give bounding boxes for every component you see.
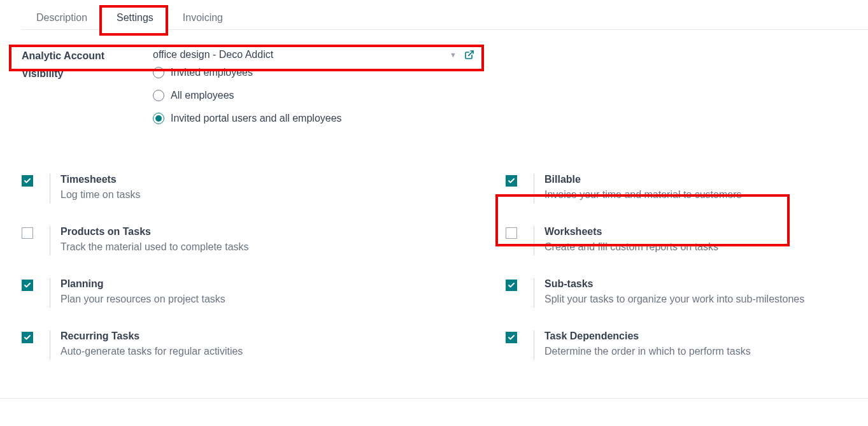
- divider: [534, 226, 534, 255]
- setting-title: Products on Tasks: [60, 226, 249, 238]
- setting-desc: Split your tasks to organize your work i…: [544, 294, 804, 305]
- divider: [50, 174, 50, 203]
- radio-icon: [153, 67, 164, 78]
- analytic-account-label: Analytic Account: [22, 49, 153, 62]
- setting-timesheets: Timesheets Log time on tasks: [22, 174, 506, 203]
- bottom-border: [0, 398, 868, 399]
- radio-label: All employees: [171, 90, 234, 101]
- external-link-icon[interactable]: [464, 50, 474, 60]
- tab-description[interactable]: Description: [22, 5, 102, 30]
- divider: [50, 330, 50, 360]
- checkbox-task-dependencies[interactable]: [506, 332, 517, 343]
- visibility-radio-group: Invited employees All employees Invited …: [153, 67, 342, 124]
- setting-title: Sub-tasks: [544, 278, 804, 290]
- setting-title: Task Dependencies: [544, 330, 751, 342]
- analytic-account-value: office design - Deco Addict: [153, 49, 446, 60]
- checkbox-worksheets[interactable]: [506, 227, 517, 239]
- svg-line-0: [469, 51, 473, 55]
- setting-title: Worksheets: [544, 226, 718, 238]
- divider: [50, 278, 50, 308]
- analytic-account-field[interactable]: office design - Deco Addict ▼: [153, 49, 474, 60]
- setting-desc: Determine the order in which to perform …: [544, 346, 751, 357]
- tab-invoicing[interactable]: Invoicing: [168, 5, 238, 30]
- setting-desc: Auto-generate tasks for regular activiti…: [60, 346, 243, 357]
- setting-desc: Track the material used to complete task…: [60, 241, 249, 253]
- setting-recurring-tasks: Recurring Tasks Auto-generate tasks for …: [22, 330, 506, 360]
- radio-label: Invited employees: [171, 67, 253, 78]
- setting-sub-tasks: Sub-tasks Split your tasks to organize y…: [506, 278, 868, 308]
- divider: [50, 226, 50, 255]
- setting-planning: Planning Plan your resources on project …: [22, 278, 506, 308]
- visibility-option-invited-employees[interactable]: Invited employees: [153, 67, 342, 78]
- setting-title: Recurring Tasks: [60, 330, 243, 342]
- setting-products-on-tasks: Products on Tasks Track the material use…: [22, 226, 506, 255]
- checkbox-sub-tasks[interactable]: [506, 280, 517, 291]
- settings-grid: Timesheets Log time on tasks Products on…: [0, 129, 868, 385]
- tab-settings[interactable]: Settings: [102, 5, 168, 30]
- checkbox-recurring-tasks[interactable]: [22, 332, 33, 343]
- visibility-option-invited-portal[interactable]: Invited portal users and all employees: [153, 113, 342, 124]
- checkbox-billable[interactable]: [506, 175, 517, 187]
- setting-desc: Plan your resources on project tasks: [60, 294, 225, 305]
- radio-icon: [153, 113, 164, 124]
- setting-desc: Log time on tasks: [60, 189, 140, 201]
- caret-down-icon[interactable]: ▼: [450, 51, 457, 59]
- setting-title: Planning: [60, 278, 225, 290]
- setting-billable: Billable Invoice your time and material …: [506, 174, 868, 203]
- checkbox-planning[interactable]: [22, 280, 33, 291]
- setting-desc: Create and fill custom reports on tasks: [544, 241, 718, 253]
- visibility-option-all-employees[interactable]: All employees: [153, 90, 342, 101]
- setting-desc: Invoice your time and material to custom…: [544, 189, 741, 201]
- radio-label: Invited portal users and all employees: [171, 113, 342, 124]
- setting-task-dependencies: Task Dependencies Determine the order in…: [506, 330, 868, 360]
- settings-left-column: Timesheets Log time on tasks Products on…: [22, 174, 506, 360]
- setting-title: Billable: [544, 174, 741, 185]
- divider: [534, 174, 534, 203]
- setting-worksheets: Worksheets Create and fill custom report…: [506, 226, 868, 255]
- checkbox-products-on-tasks[interactable]: [22, 227, 33, 239]
- visibility-label: Visibility: [22, 67, 153, 80]
- divider: [534, 278, 534, 308]
- setting-title: Timesheets: [60, 174, 140, 185]
- settings-right-column: Billable Invoice your time and material …: [506, 174, 868, 360]
- checkbox-timesheets[interactable]: [22, 175, 33, 187]
- radio-icon: [153, 90, 164, 101]
- divider: [534, 330, 534, 360]
- tab-bar: Description Settings Invoicing: [22, 5, 868, 30]
